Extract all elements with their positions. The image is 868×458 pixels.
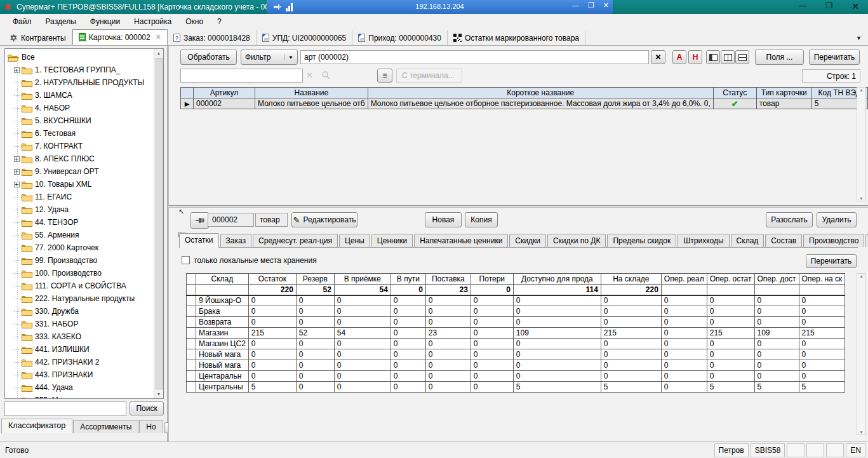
letter-a-button[interactable]: А [672, 50, 686, 64]
column-header[interactable]: Остаток [248, 274, 296, 285]
menu-item-4[interactable]: Окно [179, 15, 210, 28]
stock-table-row[interactable]: Возврата000000000000 [187, 317, 845, 328]
column-header[interactable]: На складе [601, 274, 661, 285]
send-button[interactable]: Разослать [766, 212, 813, 227]
sidebar-tab-2[interactable]: Но [139, 420, 163, 433]
column-header[interactable]: Опер. остат [707, 274, 754, 285]
tree-item[interactable]: 6. Тестовая [14, 127, 154, 140]
tree-item[interactable]: 8. АПЕКС ПЛЮС [14, 152, 154, 165]
sidebar-tab-1[interactable]: Ассортименты [73, 420, 138, 433]
tree-item[interactable]: 442. ПРИЗНАКИ 2 [14, 356, 154, 368]
detail-tab-8[interactable]: Пределы скидок [607, 234, 676, 247]
detail-tab-11[interactable]: Состав [765, 234, 802, 247]
tree-item[interactable]: 443. ПРИЗНАКИ [14, 368, 154, 381]
top-pane-scrollbar[interactable]: ▲▼ [857, 87, 866, 201]
column-header[interactable]: Артикул [194, 88, 255, 98]
column-header[interactable]: Опер. реал [661, 274, 707, 285]
expand-icon[interactable] [14, 67, 20, 73]
layout-horizontal-split-button[interactable] [735, 50, 749, 64]
tree-item[interactable]: 222. Натуральные продукты [14, 292, 154, 305]
column-header[interactable]: Короткое название [368, 88, 713, 98]
column-header[interactable]: Склад [196, 274, 249, 285]
expand-icon[interactable] [14, 156, 20, 162]
tree-item[interactable]: 1. ТЕСТОВАЯ ГРУППА_ [14, 64, 154, 76]
stock-table-row[interactable]: Новый мага000000000000 [187, 360, 845, 371]
filter-button[interactable]: Фильтр ▼ [241, 50, 298, 65]
search-icon[interactable] [321, 71, 330, 79]
process-button[interactable]: Обработать [180, 50, 237, 65]
tree-item[interactable]: 4. НАБОР [14, 102, 154, 114]
detail-tab-5[interactable]: Напечатанные ценники [414, 234, 508, 247]
tree-item[interactable]: 444. Удача [14, 381, 154, 394]
column-header[interactable]: В приёмке [334, 274, 391, 285]
rdp-close-button[interactable]: ✕ [603, 1, 609, 10]
scroll-down-icon[interactable]: ▼ [157, 390, 161, 398]
bottom-pane-scrollbar[interactable]: ▲▼ [857, 273, 866, 435]
detail-tab-1[interactable]: Заказ [220, 234, 251, 247]
tab-close-icon[interactable]: ✕ [156, 33, 161, 41]
card-table-row[interactable]: ▶000002Молоко питьевое цельное отбМолоко… [181, 98, 868, 109]
fields-button[interactable]: Поля ... [755, 50, 804, 65]
tree-item[interactable]: 100. Производство [14, 267, 154, 280]
tree-item[interactable]: 441. ИЗЛИШКИ [14, 343, 154, 356]
column-header[interactable]: В пути [391, 274, 425, 285]
window-close-button[interactable]: ✕ [851, 1, 859, 11]
delete-button[interactable]: Удалить [817, 212, 857, 227]
tree-item[interactable]: 331. НАБОР [14, 318, 154, 330]
tree-item[interactable]: 330. Дружба [14, 305, 154, 318]
reread-top-button[interactable]: Перечитать [809, 50, 860, 65]
local-storage-checkbox[interactable]: только локальные места хранения [182, 256, 317, 265]
detail-tab-0[interactable]: Остатки [179, 233, 219, 248]
detail-tab-7[interactable]: Скидки по ДК [547, 234, 606, 247]
filter-dropdown-icon[interactable]: ▼ [284, 55, 293, 60]
quick-search-input[interactable] [180, 69, 303, 83]
terminal-menu-button[interactable]: ≡ [377, 69, 392, 83]
tree-item[interactable]: 77. 2000 Карточек [14, 241, 154, 254]
detail-tab-6[interactable]: Скидки [509, 234, 546, 247]
column-header[interactable]: Опер. дост [754, 274, 799, 285]
detail-tab-2[interactable]: Среднесут. реал-ция [253, 234, 338, 247]
tree-scrollbar[interactable]: ▲ ▼ [154, 49, 163, 398]
doc-tab-1[interactable]: Карточка: 000002✕ [72, 29, 168, 45]
column-header[interactable]: Резерв [296, 274, 334, 285]
expand-icon[interactable] [14, 182, 20, 187]
tree-item[interactable]: 333. КАЗЕКО [14, 330, 154, 343]
detail-tab-9[interactable]: Штрихкоды [678, 234, 729, 247]
menu-item-2[interactable]: Функции [84, 15, 126, 28]
column-header[interactable]: Название [255, 88, 368, 98]
detail-tab-12[interactable]: Производство [803, 234, 864, 247]
tree-search-input[interactable] [4, 401, 126, 416]
tree-item[interactable]: 99. Производство [14, 254, 154, 267]
tree-item[interactable]: 9. Универсал ОРТ [14, 165, 154, 178]
checkbox-icon[interactable] [182, 256, 190, 264]
tree-item[interactable]: 55. Армения [14, 229, 154, 241]
tree-item[interactable]: 3. ШАМСА [14, 89, 154, 102]
tree-root[interactable]: Все [8, 51, 154, 64]
menu-item-0[interactable]: Файл [6, 15, 38, 28]
clear-filter-button[interactable]: ✕ [651, 50, 665, 64]
scroll-thumb[interactable] [156, 58, 163, 389]
detail-tab-10[interactable]: Склад [731, 234, 765, 247]
new-button[interactable]: Новая [425, 212, 462, 227]
tree-item[interactable]: 10. Товары XML [14, 178, 154, 191]
tree-item[interactable]: 12. Удача [14, 203, 154, 216]
tree-search-button[interactable]: Поиск [130, 401, 164, 415]
detail-tab-4[interactable]: Ценники [371, 234, 413, 247]
scroll-up-icon[interactable]: ▲ [157, 49, 161, 57]
doc-tab-3[interactable]: УПД: UI20000000065 [257, 30, 352, 45]
tree-item[interactable]: 11. ЕГАИС [14, 191, 154, 203]
stock-table-row[interactable]: Новый мага000000000000 [187, 349, 845, 360]
menu-item-5[interactable]: ? [211, 15, 228, 28]
stock-table-row[interactable]: Магазин ЦС2000000000000 [187, 339, 845, 349]
column-header[interactable]: Доступно для прода [513, 274, 601, 285]
expand-icon[interactable] [14, 169, 20, 175]
column-header[interactable]: Поставка [425, 274, 471, 285]
layout-left-panel-button[interactable] [706, 50, 720, 64]
tree-item[interactable]: 2. НАТУРАЛЬНЫЕ ПРОДУКТЫ [14, 76, 154, 89]
stock-table-row[interactable]: 9 Йошкар-О000000000000 [187, 295, 845, 306]
clear-search-icon[interactable]: ✕ [306, 71, 313, 80]
tab-list-dropdown-icon[interactable]: ▼ [856, 35, 862, 41]
column-header[interactable]: Потери [471, 274, 513, 285]
column-header[interactable]: Опер. на ск [799, 274, 845, 285]
rdp-restore-button[interactable]: ❐ [588, 1, 594, 10]
